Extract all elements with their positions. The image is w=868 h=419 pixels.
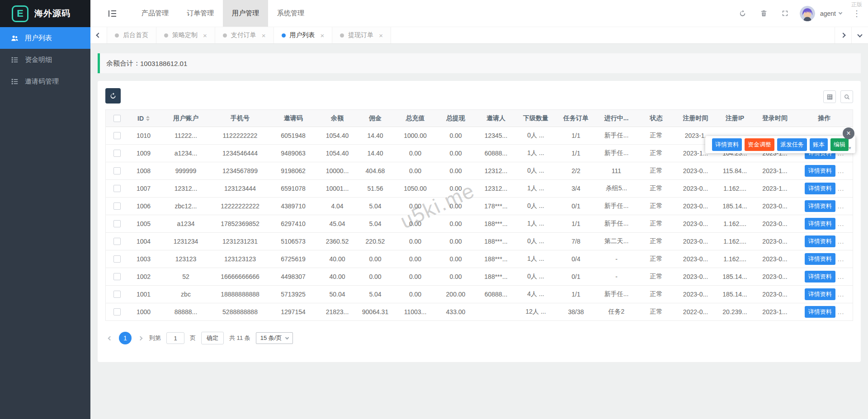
row-checkbox[interactable] bbox=[113, 308, 121, 315]
row-more-actions-button[interactable]: ... bbox=[838, 255, 844, 263]
table-refresh-button[interactable] bbox=[105, 88, 121, 104]
row-detail-button[interactable]: 详情资料 bbox=[805, 200, 835, 212]
row-detail-button[interactable]: 详情资料 bbox=[805, 288, 835, 300]
row-detail-button[interactable]: 详情资料 bbox=[805, 183, 835, 194]
cell-regtime: 2023-0... bbox=[676, 273, 715, 280]
sidebar-item[interactable]: 用户列表 bbox=[0, 27, 90, 49]
tabs-menu-button[interactable] bbox=[851, 27, 868, 43]
row-more-actions-button[interactable]: ... bbox=[838, 167, 844, 174]
cell-subs: 1人 ... bbox=[516, 184, 556, 193]
nav-menu-item[interactable]: 用户管理 bbox=[223, 0, 268, 27]
sort-icon[interactable] bbox=[146, 116, 150, 121]
tab-item[interactable]: 用户列表× bbox=[274, 27, 333, 43]
tab-item[interactable]: 策略定制× bbox=[156, 27, 215, 43]
nav-menu-item[interactable]: 订单管理 bbox=[178, 0, 223, 27]
current-page-button[interactable]: 1 bbox=[119, 332, 132, 344]
row-detail-button[interactable]: 详情资料 bbox=[805, 165, 835, 177]
row-detail-button[interactable]: 详情资料 bbox=[805, 306, 835, 318]
row-detail-button[interactable]: 详情资料 bbox=[805, 218, 835, 230]
tab-dot-icon bbox=[340, 33, 344, 38]
row-checkbox[interactable] bbox=[113, 273, 121, 280]
tab-label: 策略定制 bbox=[172, 31, 198, 39]
tabs-scroll-left-button[interactable] bbox=[90, 27, 107, 43]
cell-balance: 40.00 bbox=[319, 273, 355, 280]
row-more-actions-button[interactable]: ... bbox=[838, 308, 844, 315]
tabbar-right bbox=[835, 27, 868, 43]
cell-regtime: 2022-0... bbox=[676, 308, 715, 315]
top-navbar: 产品管理订单管理用户管理系统管理 agent bbox=[90, 0, 868, 27]
row-checkbox[interactable] bbox=[113, 167, 121, 174]
popup-action-button[interactable]: 派发任务 bbox=[777, 138, 807, 151]
tabs-scroll-right-button[interactable] bbox=[835, 27, 851, 43]
cell-orders: 0/1 bbox=[556, 273, 596, 280]
next-page-button[interactable] bbox=[137, 335, 144, 342]
cell-actions: 详情资料... bbox=[795, 200, 854, 212]
row-detail-button[interactable]: 详情资料 bbox=[805, 235, 835, 247]
page-size-select[interactable]: 15 条/页 bbox=[256, 332, 293, 344]
brand-logo-letter: E bbox=[17, 8, 24, 19]
nav-menu-item[interactable]: 系统管理 bbox=[268, 0, 313, 27]
row-checkbox[interactable] bbox=[113, 255, 121, 263]
row-more-actions-button[interactable]: ... bbox=[838, 273, 844, 280]
popup-action-button[interactable]: 资金调整 bbox=[745, 138, 774, 151]
row-checkbox[interactable] bbox=[113, 132, 121, 139]
refresh-button[interactable] bbox=[739, 9, 746, 17]
clear-cache-button[interactable] bbox=[760, 9, 768, 17]
row-checkbox[interactable] bbox=[113, 238, 121, 245]
table-columns-button[interactable] bbox=[823, 90, 836, 103]
tab-close-icon[interactable]: × bbox=[321, 32, 325, 39]
cell-regtime: 2023-0... bbox=[676, 291, 715, 298]
popup-action-button[interactable]: 详情资料 bbox=[712, 138, 742, 151]
row-more-actions-button[interactable]: ... bbox=[838, 238, 844, 245]
row-more-actions-button[interactable]: ... bbox=[838, 220, 844, 227]
select-all-checkbox[interactable] bbox=[113, 115, 121, 122]
sidebar-item[interactable]: 邀请码管理 bbox=[0, 71, 90, 92]
sidebar-collapse-button[interactable] bbox=[108, 10, 116, 17]
tab-item[interactable]: 支付订单× bbox=[215, 27, 274, 43]
sidebar-item-label: 邀请码管理 bbox=[25, 77, 59, 86]
cell-inviter: 188***... bbox=[476, 273, 516, 280]
row-checkbox[interactable] bbox=[113, 185, 121, 192]
tab-close-icon[interactable]: × bbox=[203, 32, 207, 39]
prev-page-button[interactable] bbox=[107, 335, 113, 342]
sidebar-item[interactable]: 资金明细 bbox=[0, 49, 90, 71]
chevron-right-icon bbox=[840, 33, 845, 38]
row-more-actions-button[interactable]: ... bbox=[838, 291, 844, 298]
scroll-down-icon[interactable]: ▾ bbox=[849, 145, 851, 151]
tab-item[interactable]: 后台首页 bbox=[107, 27, 156, 43]
row-detail-button[interactable]: 详情资料 bbox=[805, 253, 835, 265]
cell-actions: 详情资料... bbox=[795, 306, 854, 318]
cell-actions: 详情资料... bbox=[795, 218, 854, 230]
row-checkbox[interactable] bbox=[113, 220, 121, 227]
cell-commission: 5.04 bbox=[355, 220, 395, 227]
more-options-button[interactable]: ⋮ bbox=[853, 9, 861, 19]
cell-regtime: 2023-0... bbox=[676, 238, 715, 245]
avatar[interactable] bbox=[800, 6, 815, 21]
tab-close-icon[interactable]: × bbox=[262, 32, 266, 39]
row-checkbox[interactable] bbox=[113, 150, 121, 157]
cell-regip: 1.162.... bbox=[715, 220, 755, 227]
table-search-button[interactable] bbox=[840, 90, 853, 103]
tab-close-icon[interactable]: × bbox=[379, 32, 383, 39]
popup-action-button[interactable]: 编辑 bbox=[830, 138, 849, 151]
column-header-subs: 下级数量 bbox=[516, 114, 556, 122]
goto-page-input[interactable] bbox=[166, 332, 184, 344]
cell-balance: 45.04 bbox=[319, 220, 355, 227]
tab-label: 提现订单 bbox=[348, 31, 373, 39]
row-checkbox[interactable] bbox=[113, 202, 121, 210]
row-more-actions-button[interactable]: ... bbox=[838, 185, 844, 192]
row-more-actions-button[interactable]: ... bbox=[838, 202, 844, 210]
users-icon bbox=[10, 34, 19, 42]
nav-menu-item[interactable]: 产品管理 bbox=[132, 0, 178, 27]
row-detail-button[interactable]: 详情资料 bbox=[805, 271, 835, 282]
user-menu[interactable]: agent bbox=[820, 10, 842, 17]
cell-inviter: 188***... bbox=[476, 220, 516, 227]
popup-action-button[interactable]: 账本 bbox=[810, 138, 828, 151]
tab-item[interactable]: 提现订单× bbox=[332, 27, 391, 43]
row-checkbox[interactable] bbox=[113, 291, 121, 298]
popup-close-button[interactable]: × bbox=[843, 127, 854, 139]
fullscreen-button[interactable] bbox=[781, 9, 789, 17]
goto-confirm-button[interactable]: 确定 bbox=[201, 332, 224, 344]
column-header-progress: 进行中... bbox=[596, 114, 637, 122]
cell-logintime: 2023-0... bbox=[755, 202, 795, 210]
